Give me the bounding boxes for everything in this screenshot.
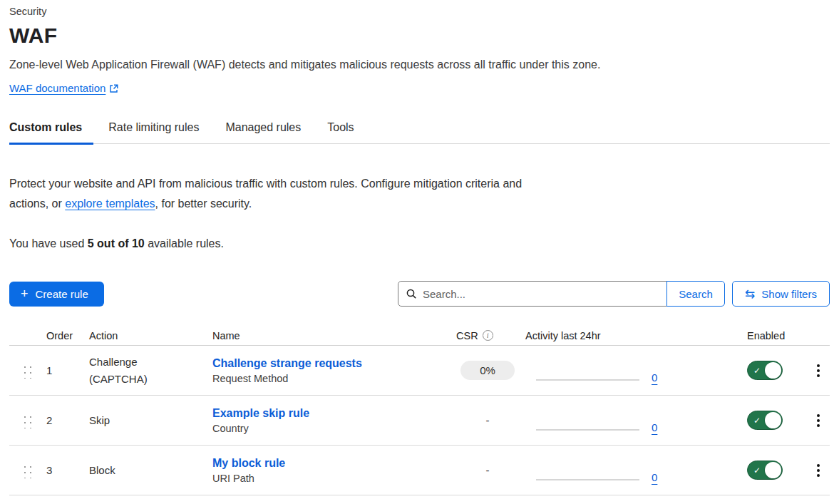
check-icon: ✓ bbox=[753, 416, 761, 425]
search-button[interactable]: Search bbox=[666, 281, 725, 307]
table-row: 1 Challenge (CAPTCHA) Challenge strange … bbox=[9, 346, 830, 396]
waf-documentation-link[interactable]: WAF documentation bbox=[9, 82, 105, 94]
tab-custom-rules[interactable]: Custom rules bbox=[9, 121, 93, 143]
enabled-toggle[interactable]: ✓ bbox=[747, 411, 783, 430]
table-body: 1 Challenge (CAPTCHA) Challenge strange … bbox=[9, 346, 830, 495]
search-input[interactable] bbox=[423, 288, 659, 300]
rule-order: 2 bbox=[46, 414, 52, 426]
activity-count-link[interactable]: 0 bbox=[652, 422, 657, 433]
plus-icon: + bbox=[21, 287, 29, 300]
rule-match-field: URI Path bbox=[212, 472, 254, 485]
csr-value: - bbox=[486, 414, 490, 426]
column-header-name: Name bbox=[212, 330, 456, 341]
activity-sparkline bbox=[536, 429, 639, 431]
table-header-row: Order Action Name CSR i Activity last 24… bbox=[9, 326, 830, 346]
usage-count: 5 out of 10 bbox=[88, 237, 145, 250]
check-icon: ✓ bbox=[753, 366, 761, 375]
activity-count-link[interactable]: 0 bbox=[652, 372, 657, 383]
kebab-menu-icon[interactable] bbox=[807, 411, 830, 430]
tab-managed-rules[interactable]: Managed rules bbox=[225, 121, 312, 143]
column-header-action: Action bbox=[89, 330, 212, 341]
external-link-icon bbox=[109, 83, 118, 96]
activity-sparkline bbox=[536, 379, 639, 381]
column-header-enabled: Enabled bbox=[747, 330, 807, 341]
rule-action: Challenge (CAPTCHA) bbox=[89, 354, 155, 388]
toolbar: + Create rule Search ⇆ Show filters bbox=[9, 281, 830, 307]
tab-bar: Custom rules Rate limiting rules Managed… bbox=[9, 121, 830, 144]
rule-action: Block bbox=[89, 462, 115, 479]
rule-order: 1 bbox=[46, 364, 52, 376]
search-box bbox=[398, 281, 667, 307]
intro-text: Protect your website and API from malici… bbox=[9, 174, 535, 214]
drag-handle-icon[interactable] bbox=[21, 363, 33, 379]
rule-order: 3 bbox=[46, 464, 52, 476]
page-description: Zone-level Web Application Firewall (WAF… bbox=[9, 58, 830, 71]
rules-table: Order Action Name CSR i Activity last 24… bbox=[9, 326, 830, 495]
waf-page: Security WAF Zone-level Web Application … bbox=[0, 0, 839, 495]
swap-arrows-icon: ⇆ bbox=[745, 288, 755, 300]
kebab-menu-icon[interactable] bbox=[807, 461, 830, 480]
explore-templates-link[interactable]: explore templates bbox=[65, 197, 155, 210]
column-header-activity: Activity last 24hr bbox=[519, 330, 747, 341]
show-filters-button[interactable]: ⇆ Show filters bbox=[732, 281, 830, 307]
page-title: WAF bbox=[9, 24, 830, 48]
search-icon bbox=[406, 288, 417, 299]
drag-handle-icon[interactable] bbox=[21, 413, 33, 428]
tab-tools[interactable]: Tools bbox=[327, 121, 365, 143]
rule-match-field: Country bbox=[212, 422, 249, 436]
table-row: 2 Skip Example skip rule Country - 0 ✓ bbox=[9, 396, 830, 446]
csr-value: - bbox=[486, 464, 490, 476]
activity-count-link[interactable]: 0 bbox=[652, 472, 657, 483]
table-row: 3 Block My block rule URI Path - 0 ✓ bbox=[9, 446, 830, 495]
breadcrumb[interactable]: Security bbox=[9, 6, 830, 17]
column-header-order: Order bbox=[46, 330, 89, 341]
rule-name-link[interactable]: Example skip rule bbox=[212, 406, 309, 421]
enabled-toggle[interactable]: ✓ bbox=[747, 461, 783, 480]
usage-summary: You have used 5 out of 10 available rule… bbox=[9, 237, 830, 250]
create-rule-button[interactable]: + Create rule bbox=[9, 282, 104, 307]
toggle-knob bbox=[765, 412, 781, 428]
enabled-toggle[interactable]: ✓ bbox=[747, 361, 783, 380]
column-header-csr: CSR i bbox=[456, 330, 519, 341]
info-icon[interactable]: i bbox=[483, 330, 493, 341]
rule-name-link[interactable]: My block rule bbox=[212, 456, 285, 470]
csr-value: 0% bbox=[460, 361, 515, 380]
toggle-knob bbox=[765, 462, 781, 478]
check-icon: ✓ bbox=[753, 466, 761, 475]
tab-rate-limiting-rules[interactable]: Rate limiting rules bbox=[108, 121, 210, 143]
drag-handle-icon[interactable] bbox=[21, 463, 33, 478]
toggle-knob bbox=[765, 362, 781, 379]
activity-sparkline bbox=[536, 479, 639, 480]
kebab-menu-icon[interactable] bbox=[807, 361, 830, 380]
rule-name-link[interactable]: Challenge strange requests bbox=[212, 356, 362, 371]
rule-match-field: Request Method bbox=[212, 372, 288, 386]
rule-action: Skip bbox=[89, 412, 110, 429]
